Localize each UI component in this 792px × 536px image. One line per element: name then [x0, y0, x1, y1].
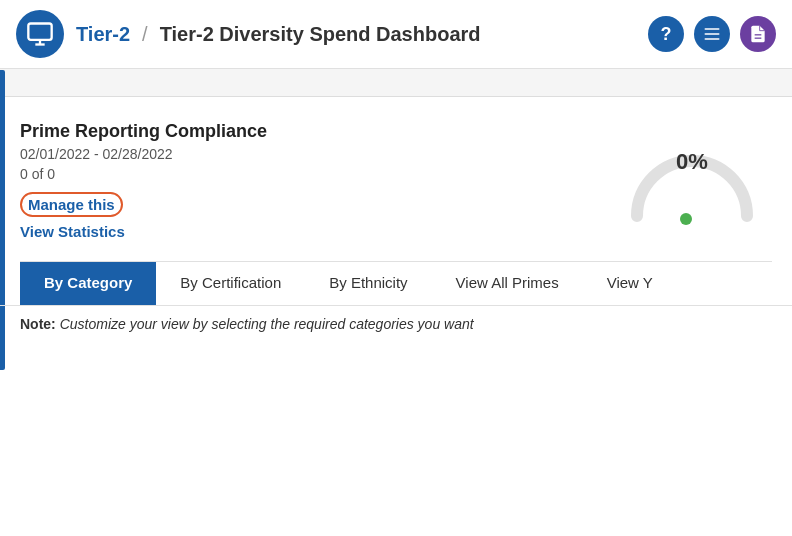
left-section: Prime Reporting Compliance 02/01/2022 - …: [20, 121, 592, 240]
tabs-container: By Category By Certification By Ethnicit…: [0, 262, 792, 305]
count-text: 0 of 0: [20, 166, 592, 182]
header-actions: ?: [648, 16, 776, 52]
help-button[interactable]: ?: [648, 16, 684, 52]
gauge-chart: 0%: [612, 121, 772, 241]
tab-by-ethnicity[interactable]: By Ethnicity: [305, 262, 431, 305]
note-label: Note:: [20, 316, 56, 332]
note-text: Customize your view by selecting the req…: [56, 316, 474, 332]
main-content: Prime Reporting Compliance 02/01/2022 - …: [0, 97, 792, 342]
question-icon: ?: [661, 24, 672, 45]
view-statistics-link[interactable]: View Statistics: [20, 223, 592, 240]
tab-view-all-primes[interactable]: View All Primes: [432, 262, 583, 305]
list-icon: [702, 24, 722, 44]
section-title: Prime Reporting Compliance: [20, 121, 592, 142]
app-logo: [16, 10, 64, 58]
svg-rect-5: [705, 38, 720, 40]
svg-rect-0: [28, 24, 51, 40]
breadcrumb-tier[interactable]: Tier-2: [76, 23, 130, 46]
manage-this-link[interactable]: Manage this: [20, 192, 123, 217]
svg-rect-3: [705, 28, 720, 30]
content-area: Prime Reporting Compliance 02/01/2022 - …: [20, 121, 772, 241]
header-title-area: Tier-2 / Tier-2 Diversity Spend Dashboar…: [76, 23, 636, 46]
svg-rect-4: [705, 33, 720, 35]
pdf-icon: [748, 24, 768, 44]
tab-view-y[interactable]: View Y: [583, 262, 677, 305]
note-bar: Note: Customize your view by selecting t…: [0, 305, 792, 342]
page-header: Tier-2 / Tier-2 Diversity Spend Dashboar…: [0, 0, 792, 69]
gauge-percent-label: 0%: [676, 149, 708, 175]
tab-by-certification[interactable]: By Certification: [156, 262, 305, 305]
gauge-dot-indicator: [680, 213, 692, 225]
sub-header-bar: [0, 69, 792, 97]
pdf-button[interactable]: [740, 16, 776, 52]
monitor-icon: [26, 20, 54, 48]
date-range: 02/01/2022 - 02/28/2022: [20, 146, 592, 162]
tab-by-category[interactable]: By Category: [20, 262, 156, 305]
page-title: Tier-2 Diversity Spend Dashboard: [160, 23, 481, 46]
list-button[interactable]: [694, 16, 730, 52]
breadcrumb-separator: /: [142, 23, 148, 46]
